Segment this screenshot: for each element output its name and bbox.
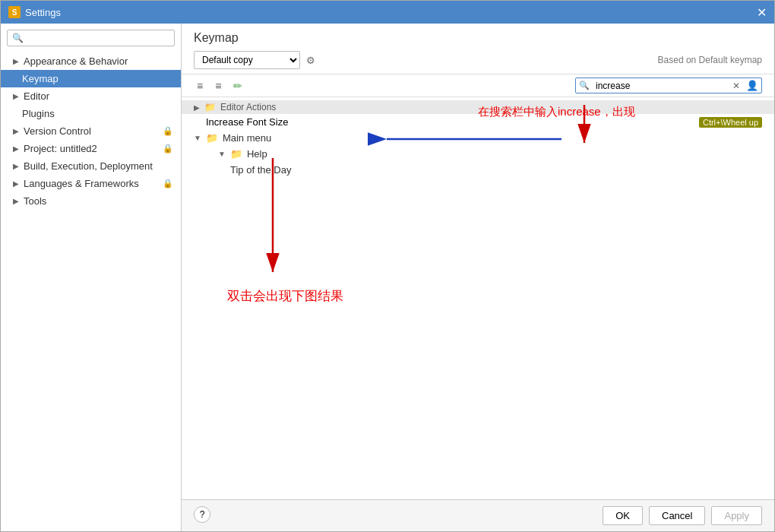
chevron-icon: ▶ <box>13 144 19 153</box>
sidebar-item-label: Version Control <box>24 125 91 137</box>
sidebar-item-editor[interactable]: ▶ Editor <box>1 87 181 105</box>
tree-subsection-main-menu[interactable]: ▼ 📁 Main menu <box>182 130 774 146</box>
action-icons: ≡ ≡ ✏ <box>194 78 245 93</box>
lock-icon: 🔒 <box>163 126 173 136</box>
chevron-icon: ▶ <box>13 127 19 135</box>
sidebar-item-label: Plugins <box>22 108 55 119</box>
sidebar-item-project[interactable]: ▶ Project: untitled2 🔒 <box>1 140 181 157</box>
apply-button[interactable]: Apply <box>711 506 762 525</box>
ok-button[interactable]: OK <box>603 506 643 525</box>
sidebar-item-appearance[interactable]: ▶ Appearance & Behavior <box>1 52 181 70</box>
lock-icon3: 🔒 <box>163 179 173 188</box>
footer: ? OK Cancel Apply <box>182 499 774 531</box>
chevron-icon: ▶ <box>13 197 19 205</box>
tree-subitem-help[interactable]: ▼ 📁 Help <box>182 146 774 162</box>
folder-icon: 📁 <box>204 102 216 112</box>
sidebar-search[interactable] <box>7 30 175 46</box>
close-button[interactable]: ✕ <box>757 5 767 20</box>
subsection-chevron-icon: ▼ <box>194 134 201 142</box>
sidebar-item-label: Editor <box>24 90 49 102</box>
tree-subsubitem-tip[interactable]: Tip of the Day <box>182 162 774 178</box>
sidebar-item-languages[interactable]: ▶ Languages & Frameworks 🔒 <box>1 175 181 192</box>
keymap-search-input[interactable] <box>593 79 729 93</box>
edit-icon[interactable]: ✏ <box>230 78 245 93</box>
sidebar-item-label: Build, Execution, Deployment <box>24 160 153 172</box>
page-title: Keymap <box>194 31 762 45</box>
app-icon: S <box>8 6 21 18</box>
sidebar-item-build[interactable]: ▶ Build, Execution, Deployment <box>1 157 181 175</box>
main-content: Keymap Default copy ⚙ Based on Default k… <box>182 24 774 531</box>
sidebar-item-tools[interactable]: ▶ Tools <box>1 192 181 210</box>
sidebar-item-keymap[interactable]: Keymap <box>1 70 181 87</box>
title-bar: S Settings ✕ <box>1 1 774 24</box>
main-header: Keymap Default copy ⚙ Based on Default k… <box>182 24 774 74</box>
item-label: Increase Font Size <box>206 116 288 128</box>
window-title: Settings <box>25 7 61 18</box>
sidebar-item-plugins[interactable]: Plugins <box>1 105 181 122</box>
chevron-icon: ▶ <box>13 92 19 100</box>
sidebar-item-label: Languages & Frameworks <box>24 178 139 189</box>
folder-icon-main-menu: 📁 <box>206 132 218 144</box>
folder-icon-help: 📁 <box>230 148 242 160</box>
content-area: ▶ Appearance & Behavior Keymap ▶ Editor … <box>1 24 774 531</box>
keymap-tree: ▶ 📁 Editor Actions Increase Font Size Ct… <box>182 97 774 499</box>
sidebar: ▶ Appearance & Behavior Keymap ▶ Editor … <box>1 24 182 531</box>
tree-section-editor-actions: ▶ 📁 Editor Actions <box>182 100 774 114</box>
subitem-label: Help <box>247 148 267 160</box>
keymap-toolbar: Default copy ⚙ Based on Default keymap <box>194 51 762 69</box>
subsection-label: Main menu <box>223 132 271 144</box>
keymap-profile-select[interactable]: Default copy <box>194 51 300 69</box>
sidebar-item-label: Project: untitled2 <box>24 143 97 154</box>
chevron-icon: ▶ <box>13 179 19 188</box>
item-label-post: Font Size <box>247 116 289 128</box>
lock-icon2: 🔒 <box>163 144 173 154</box>
chinese-annotation-2: 双击会出现下图结果 <box>227 287 343 305</box>
help-button[interactable]: ? <box>194 506 210 523</box>
section-chevron-icon: ▶ <box>194 103 200 112</box>
subsubitem-label: Tip of the Day <box>230 164 291 176</box>
user-icon[interactable]: 👤 <box>743 78 761 93</box>
sidebar-item-label: Tools <box>24 195 46 207</box>
collapse-all-icon[interactable]: ≡ <box>212 78 224 93</box>
expand-all-icon[interactable]: ≡ <box>194 78 206 93</box>
sidebar-search-input[interactable] <box>7 30 175 46</box>
search-box[interactable]: 🔍 ✕ 👤 <box>575 78 762 93</box>
sidebar-item-label: Appearance & Behavior <box>24 55 128 67</box>
search-clear-icon[interactable]: ✕ <box>729 79 743 93</box>
shortcut-badge: Ctrl+\Wheel up <box>699 117 762 128</box>
subitem-chevron-icon: ▼ <box>218 150 226 158</box>
cancel-button[interactable]: Cancel <box>649 506 705 525</box>
based-on-label: Based on Default keymap <box>658 55 762 65</box>
gear-icon[interactable]: ⚙ <box>306 55 315 66</box>
sidebar-item-label: Keymap <box>22 73 59 84</box>
tree-item-increase-font-size[interactable]: Increase Font Size Ctrl+\Wheel up <box>182 114 774 130</box>
title-bar-left: S Settings <box>8 6 61 18</box>
section-label: Editor Actions <box>220 102 276 112</box>
chevron-icon: ▶ <box>13 162 19 170</box>
chevron-icon: ▶ <box>13 57 19 65</box>
search-icon: 🔍 <box>576 79 593 92</box>
settings-window: S Settings ✕ ▶ Appearance & Behavior Key… <box>0 0 775 532</box>
keymap-actions-bar: ≡ ≡ ✏ 🔍 ✕ 👤 <box>182 74 774 97</box>
sidebar-item-version-control[interactable]: ▶ Version Control 🔒 <box>1 122 181 140</box>
highlight-text: Increase <box>206 116 244 128</box>
